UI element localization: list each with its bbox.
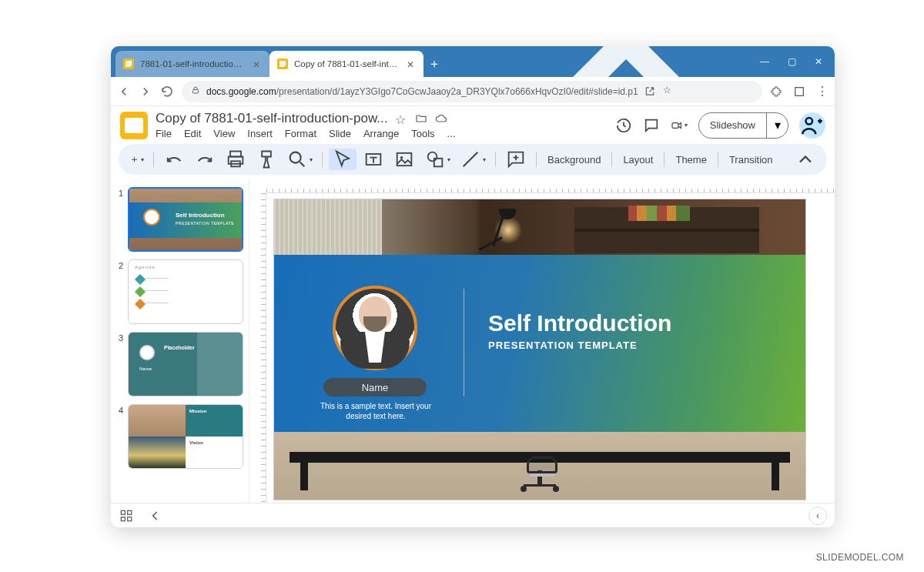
theme-button[interactable]: Theme (671, 154, 711, 166)
slide-bg-blinds (274, 199, 382, 259)
history-icon[interactable] (615, 117, 632, 134)
browser-tab-inactive[interactable]: 7881-01-self-introduction-powe ✕ (116, 51, 270, 77)
menu-view[interactable]: View (213, 128, 235, 139)
chrome-menu-icon[interactable]: ⋮ (816, 84, 829, 99)
background-button[interactable]: Background (543, 154, 605, 166)
thumbnail-row[interactable]: 4 Mission Vision (116, 404, 244, 469)
menu-arrange[interactable]: Arrange (363, 128, 399, 139)
shape-button[interactable] (421, 149, 454, 170)
transition-button[interactable]: Transition (725, 154, 778, 166)
share-button[interactable] (799, 112, 825, 139)
svg-rect-15 (121, 517, 125, 520)
svg-rect-2 (672, 122, 678, 128)
minimize-icon[interactable]: — (760, 56, 769, 67)
menu-file[interactable]: File (156, 128, 172, 139)
maximize-icon[interactable]: ▢ (788, 56, 796, 67)
browser-urlbar: docs.google.com/presentation/d/1ayzY3GIg… (111, 77, 835, 106)
browser-tab-active[interactable]: Copy of 7881-01-self-introductio ✕ (270, 51, 424, 77)
url-text: docs.google.com/presentation/d/1ayzY3GIg… (206, 86, 638, 97)
textbox-button[interactable] (360, 149, 387, 170)
back-button[interactable] (117, 85, 131, 99)
collapse-filmstrip-icon[interactable] (148, 508, 163, 523)
account-icon[interactable] (793, 84, 805, 99)
svg-rect-13 (121, 510, 125, 514)
menu-format[interactable]: Format (285, 128, 316, 139)
thumbnail-2[interactable]: Agenda —————— —————— —————— (128, 259, 243, 324)
cloud-status-icon[interactable] (435, 112, 447, 125)
svg-rect-9 (397, 153, 412, 166)
toolbar-container: ＋ Background Layout Theme Transition (111, 141, 835, 181)
extensions-icon[interactable] (770, 84, 782, 99)
omnibox[interactable]: docs.google.com/presentation/d/1ayzY3GIg… (182, 81, 762, 102)
star-icon[interactable]: ☆ (395, 112, 407, 125)
grid-view-icon[interactable] (119, 508, 134, 523)
select-tool[interactable] (329, 149, 357, 170)
redo-button[interactable] (191, 149, 219, 170)
new-tab-button[interactable]: ＋ (424, 51, 445, 77)
slideshow-button[interactable]: Slideshow ▾ (698, 112, 788, 139)
svg-point-11 (428, 152, 437, 162)
extension-icons: ⋮ (770, 84, 829, 99)
separator (153, 152, 154, 167)
forward-button[interactable] (139, 85, 152, 99)
filmstrip[interactable]: 1 Self Introduction PRESENTATION TEMPLAT… (111, 181, 249, 503)
close-icon[interactable]: ✕ (253, 59, 262, 69)
toolbar: ＋ Background Layout Theme Transition (119, 144, 827, 175)
image-button[interactable] (390, 149, 418, 170)
zoom-button[interactable] (283, 149, 316, 170)
close-window-icon[interactable]: ✕ (815, 56, 822, 67)
slide-subtitle[interactable]: PRESENTATION TEMPLATE (488, 340, 638, 351)
line-button[interactable] (457, 149, 489, 170)
share-page-icon[interactable] (644, 85, 655, 98)
meet-icon[interactable] (671, 117, 688, 134)
sample-text[interactable]: This is a sample text. Insert your desir… (317, 401, 434, 421)
close-icon[interactable]: ✕ (407, 59, 416, 69)
tab-title: 7881-01-self-introduction-powe (140, 59, 246, 69)
watermark: SLIDEMODEL.COM (816, 552, 904, 563)
thumbnail-row[interactable]: 1 Self Introduction PRESENTATION TEMPLAT… (116, 187, 244, 252)
menu-edit[interactable]: Edit (184, 128, 201, 139)
menubar: File Edit View Insert Format Slide Arran… (156, 128, 455, 139)
bookmark-star-icon[interactable]: ☆ (663, 85, 671, 98)
thumbnail-row[interactable]: 2 Agenda —————— —————— —————— (116, 259, 244, 324)
thumbnail-3[interactable]: Placeholder Name (128, 332, 243, 396)
window-controls: — ▢ ✕ (498, 46, 835, 77)
menu-tools[interactable]: Tools (411, 128, 434, 139)
canvas-area[interactable]: Name This is a sample text. Insert your … (249, 181, 835, 503)
slides-logo[interactable] (120, 112, 148, 139)
print-button[interactable] (222, 149, 249, 170)
thumbnail-row[interactable]: 3 Placeholder Name (116, 332, 244, 396)
paint-format-button[interactable] (253, 149, 280, 170)
reload-button[interactable] (160, 85, 174, 99)
comment-button[interactable] (502, 149, 530, 170)
separator (495, 152, 496, 167)
move-icon[interactable] (415, 112, 427, 125)
slide-canvas[interactable]: Name This is a sample text. Insert your … (274, 199, 805, 500)
collapse-toolbar-button[interactable] (792, 149, 819, 170)
menu-insert[interactable]: Insert (247, 128, 273, 139)
slide-bg-lamp-arm (482, 213, 521, 252)
name-placeholder[interactable]: Name (323, 378, 427, 396)
layout-button[interactable]: Layout (618, 154, 658, 166)
new-slide-button[interactable]: ＋ (126, 149, 147, 170)
thumbnail-1[interactable]: Self Introduction PRESENTATION TEMPLATE (128, 187, 243, 252)
doc-title[interactable]: Copy of 7881-01-self-introduction-pow... (156, 111, 387, 126)
svg-point-3 (806, 118, 813, 125)
explore-button[interactable]: ‹ (808, 507, 827, 525)
svg-rect-0 (193, 90, 199, 94)
ruler-horizontal (266, 181, 835, 193)
speaker-notes-handle[interactable] (530, 473, 554, 477)
svg-rect-16 (128, 517, 132, 520)
menu-slide[interactable]: Slide (329, 128, 351, 139)
svg-point-7 (290, 152, 301, 163)
thumbnail-4[interactable]: Mission Vision (128, 404, 243, 469)
slideshow-dropdown[interactable]: ▾ (766, 113, 788, 138)
slides-header: Copy of 7881-01-self-introduction-pow...… (111, 106, 835, 141)
slide-bg-desk-leg (300, 455, 308, 490)
undo-button[interactable] (160, 149, 188, 170)
comments-icon[interactable] (643, 117, 660, 134)
browser-window: 7881-01-self-introduction-powe ✕ Copy of… (111, 46, 835, 527)
slide-title[interactable]: Self Introduction (488, 310, 671, 336)
ruler-vertical (249, 193, 266, 503)
menu-more[interactable]: ... (447, 128, 456, 139)
